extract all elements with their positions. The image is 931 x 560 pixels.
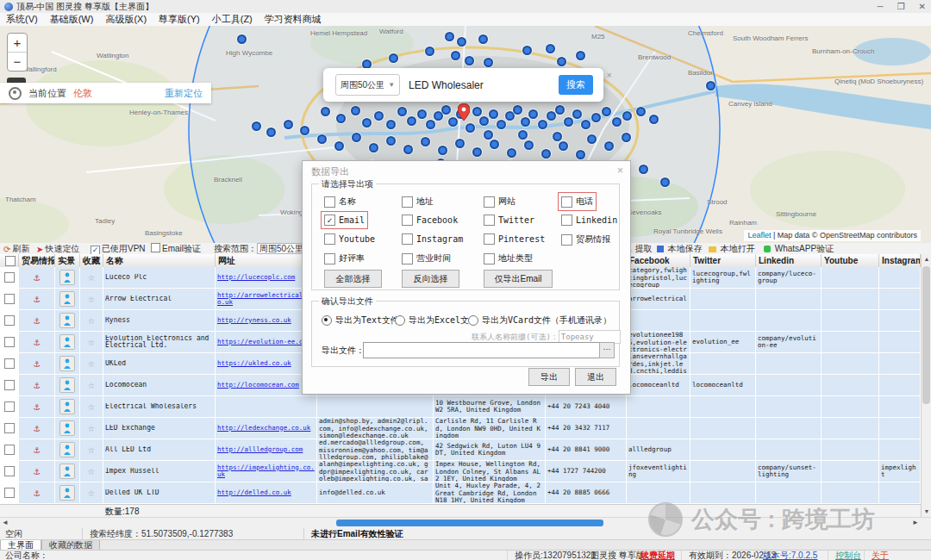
file-type-radio-1[interactable]: 导出为Excel文件 bbox=[395, 314, 478, 327]
map-result-marker[interactable] bbox=[300, 126, 309, 135]
trade-intel-icon[interactable]: ⚓ bbox=[34, 403, 40, 411]
table-row[interactable]: ⚓☆Impex Russellhttps://impexlighting.co.… bbox=[0, 461, 921, 482]
export-option-好评率[interactable]: 好评率 bbox=[324, 252, 365, 264]
map-result-marker[interactable] bbox=[576, 51, 585, 60]
map-result-marker[interactable] bbox=[559, 141, 568, 151]
map-result-marker[interactable] bbox=[284, 120, 293, 129]
favorite-star-icon[interactable]: ☆ bbox=[88, 403, 95, 411]
map-result-marker[interactable] bbox=[622, 133, 631, 142]
save-local-button[interactable]: 本地保存 bbox=[657, 243, 703, 254]
keyword-search-input[interactable] bbox=[407, 78, 552, 92]
exit-button[interactable]: 退出 bbox=[575, 368, 616, 386]
map-result-marker[interactable] bbox=[455, 139, 465, 148]
map-result-marker[interactable] bbox=[546, 44, 555, 53]
map-result-marker[interactable] bbox=[374, 111, 384, 121]
map-result-marker[interactable] bbox=[587, 134, 597, 144]
favorite-star-icon[interactable]: ☆ bbox=[88, 317, 95, 325]
browse-button[interactable]: ··· bbox=[599, 342, 615, 358]
row-checkbox[interactable] bbox=[4, 380, 15, 390]
export-file-input[interactable] bbox=[363, 342, 603, 358]
map-result-marker[interactable] bbox=[602, 107, 611, 116]
column-header-名称[interactable]: 名称 bbox=[103, 254, 216, 267]
map-result-marker[interactable] bbox=[407, 116, 416, 126]
column-header-Linkedin[interactable]: Linkedin bbox=[756, 254, 822, 267]
map-result-marker[interactable] bbox=[389, 53, 398, 63]
map-result-marker[interactable] bbox=[581, 120, 590, 129]
favorite-star-icon[interactable]: ☆ bbox=[88, 489, 95, 497]
map-result-marker[interactable] bbox=[507, 148, 516, 158]
export-option-地址[interactable]: 地址 bbox=[402, 196, 434, 208]
map-result-marker[interactable] bbox=[252, 121, 261, 131]
row-checkbox[interactable] bbox=[4, 315, 15, 326]
row-checkbox[interactable] bbox=[4, 272, 15, 283]
street-view-icon[interactable] bbox=[59, 399, 75, 414]
map-result-marker[interactable] bbox=[317, 134, 327, 144]
column-header-Youtube[interactable]: Youtube bbox=[822, 254, 879, 267]
map-result-marker[interactable] bbox=[636, 107, 646, 116]
trade-intel-icon[interactable]: ⚓ bbox=[34, 339, 40, 346]
menu-item-0[interactable]: 系统(V) bbox=[0, 13, 44, 26]
trade-intel-icon[interactable]: ⚓ bbox=[34, 296, 40, 303]
column-header-Instagram[interactable]: Instagram bbox=[879, 254, 921, 267]
red-center-marker[interactable] bbox=[458, 103, 470, 121]
export-option-Email[interactable]: ✓Email bbox=[324, 215, 365, 226]
export-option-Pinterest[interactable]: Pinterest bbox=[484, 233, 545, 245]
map-result-marker[interactable] bbox=[334, 141, 344, 151]
export-option-名称[interactable]: 名称 bbox=[324, 196, 356, 208]
trade-intel-icon[interactable]: ⚓ bbox=[34, 317, 40, 325]
horizontal-scroll-thumb[interactable] bbox=[336, 520, 603, 526]
map-result-marker[interactable] bbox=[497, 120, 506, 129]
file-type-radio-2[interactable]: 导出为VCard文件（手机通讯录） bbox=[468, 314, 611, 327]
export-option-电话[interactable]: 电话 bbox=[561, 196, 593, 208]
map-result-marker[interactable] bbox=[352, 133, 361, 142]
about-link[interactable]: 关于 bbox=[864, 551, 889, 560]
map-result-marker[interactable] bbox=[421, 137, 430, 146]
trade-intel-icon[interactable]: ⚓ bbox=[34, 489, 40, 497]
quick-locate-button[interactable]: ➤快速定位 bbox=[36, 243, 79, 254]
select-all-checkbox[interactable] bbox=[5, 256, 16, 266]
map-result-marker[interactable] bbox=[518, 130, 528, 140]
street-view-icon[interactable] bbox=[59, 291, 75, 307]
vpn-checkbox[interactable]: ✓已使用VPN bbox=[91, 243, 146, 254]
map-result-marker[interactable] bbox=[426, 120, 435, 129]
zoom-out-button[interactable]: − bbox=[8, 53, 27, 71]
trade-intel-icon[interactable]: ⚓ bbox=[34, 446, 40, 454]
row-checkbox[interactable] bbox=[4, 445, 15, 455]
map-result-marker[interactable] bbox=[528, 109, 538, 119]
website-link[interactable]: https://impexlighting.co.uk bbox=[217, 464, 315, 479]
map-result-marker[interactable] bbox=[524, 140, 534, 150]
map-result-marker[interactable] bbox=[386, 120, 396, 129]
street-view-icon[interactable] bbox=[59, 442, 75, 457]
website-link[interactable]: http://ryness.co.uk bbox=[217, 317, 315, 325]
row-checkbox[interactable] bbox=[4, 337, 15, 347]
map-result-marker[interactable] bbox=[321, 107, 330, 116]
map-result-marker[interactable] bbox=[465, 56, 474, 65]
menu-item-3[interactable]: 尊享版(Y) bbox=[153, 13, 206, 26]
favorite-star-icon[interactable]: ☆ bbox=[88, 468, 95, 476]
street-view-icon[interactable] bbox=[59, 313, 75, 328]
map-result-marker[interactable] bbox=[472, 107, 482, 116]
map-result-marker[interactable] bbox=[448, 117, 458, 127]
map-result-marker[interactable] bbox=[639, 165, 648, 174]
menu-item-5[interactable]: 学习资料商城 bbox=[259, 13, 328, 26]
dialog-button-2[interactable]: 仅导出Email bbox=[484, 270, 553, 288]
map-result-marker[interactable] bbox=[649, 115, 659, 124]
export-option-Youtube[interactable]: Youtube bbox=[324, 233, 375, 245]
map-result-marker[interactable] bbox=[479, 116, 489, 126]
open-local-button[interactable]: 本地打开 bbox=[709, 243, 755, 254]
export-option-Facebook[interactable]: Facebook bbox=[402, 215, 458, 226]
scroll-left-arrow[interactable]: ◄ bbox=[0, 518, 10, 528]
menu-item-1[interactable]: 基础版(W) bbox=[44, 13, 100, 26]
street-view-icon[interactable] bbox=[59, 270, 75, 285]
map-result-marker[interactable] bbox=[478, 34, 488, 44]
trade-intel-icon[interactable]: ⚓ bbox=[34, 360, 40, 368]
row-checkbox[interactable] bbox=[4, 466, 15, 476]
export-option-地址类型[interactable]: 地址类型 bbox=[484, 252, 533, 264]
map-result-marker[interactable] bbox=[484, 58, 493, 67]
street-view-icon[interactable] bbox=[59, 377, 75, 393]
leaflet-link[interactable]: Leaflet bbox=[747, 231, 771, 240]
website-link[interactable]: http://allledgroup.com bbox=[217, 446, 315, 454]
row-checkbox[interactable] bbox=[4, 358, 15, 369]
website-link[interactable]: http://delled.co.uk bbox=[217, 489, 315, 497]
menu-item-2[interactable]: 高级版(X) bbox=[99, 13, 153, 26]
